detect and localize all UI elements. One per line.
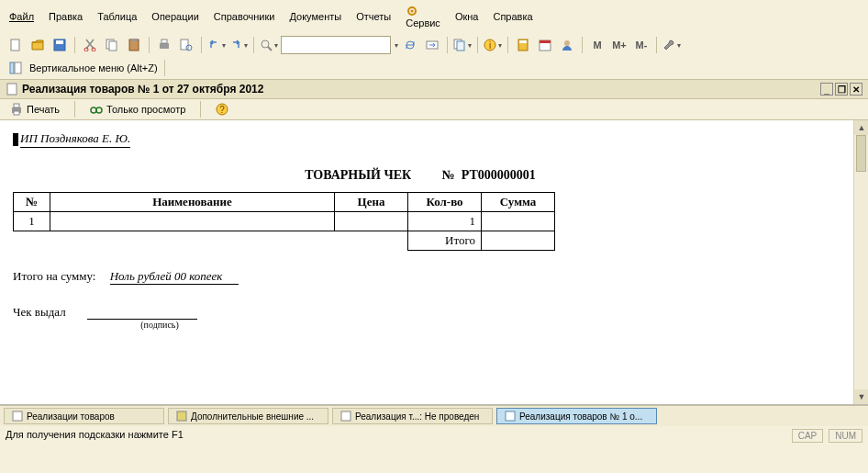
task-tab-3[interactable]: Реализация товаров № 1 о... (496, 408, 657, 424)
doc-icon (505, 411, 516, 422)
col-no: № (14, 193, 50, 212)
close-btn[interactable]: ✕ (850, 83, 862, 96)
window-taskbar: Реализации товаров Дополнительные внешни… (0, 405, 868, 426)
task-tab-1[interactable]: Дополнительные внешние ... (168, 408, 328, 424)
doc-help-btn[interactable]: ? (211, 101, 233, 118)
menu-reports[interactable]: Отчеты (352, 9, 395, 24)
svg-rect-2 (11, 39, 19, 51)
find-btn[interactable]: ▾ (259, 36, 279, 54)
new-btn[interactable] (6, 36, 26, 54)
svg-rect-27 (10, 62, 14, 73)
doc-icon (340, 411, 351, 422)
menu-edit[interactable]: Правка (45, 9, 86, 24)
col-name: Наименование (50, 193, 335, 212)
menu-file[interactable]: Файл (6, 9, 38, 24)
save-btn[interactable] (50, 36, 70, 54)
tools-btn[interactable]: ▾ (662, 36, 682, 54)
svg-rect-32 (14, 111, 19, 115)
menu-service[interactable]: Сервис (402, 3, 444, 30)
table-total-row: Итого (14, 231, 555, 251)
svg-rect-4 (56, 40, 63, 44)
vertical-menu-label[interactable]: Вертикальное меню (Alt+Z) (29, 62, 158, 73)
calc-btn[interactable] (513, 36, 533, 54)
sum-line: Итого на сумму: Ноль рублей 00 копеек (13, 269, 855, 285)
svg-rect-13 (181, 39, 188, 50)
col-price: Цена (335, 193, 408, 212)
status-hint: Для получения подсказки нажмите F1 (6, 429, 184, 443)
svg-rect-10 (131, 39, 137, 41)
memory-mplus-btn[interactable]: M+ (609, 36, 629, 54)
col-qty: Кол-во (408, 193, 482, 212)
task-tab-2[interactable]: Реализация т...: Не проведен (332, 408, 493, 424)
help-icon: ? (216, 103, 228, 116)
minimize-btn[interactable]: _ (820, 83, 833, 96)
scroll-thumb[interactable] (856, 135, 866, 172)
task-tab-0[interactable]: Реализации товаров (4, 408, 164, 424)
menu-documents[interactable]: Документы (285, 9, 345, 24)
memory-m-btn[interactable]: M (587, 36, 607, 54)
user-btn[interactable] (557, 36, 577, 54)
doc-icon (6, 83, 18, 96)
svg-rect-8 (109, 41, 117, 51)
redo-btn[interactable]: ▾ (228, 36, 249, 54)
status-num: NUM (829, 429, 862, 443)
table-row: 1 1 (14, 212, 555, 231)
printer-icon (10, 103, 23, 116)
main-menu: Файл Правка Таблица Операции Справочники… (0, 0, 868, 33)
svg-rect-40 (341, 411, 351, 421)
svg-point-33 (91, 107, 96, 113)
document-window-titlebar: Реализация товаров № 1 от 27 октября 201… (0, 79, 868, 99)
svg-point-26 (564, 40, 570, 46)
svg-rect-29 (7, 84, 17, 95)
paste-btn[interactable] (124, 36, 144, 54)
cut-btn[interactable] (80, 36, 100, 54)
preview-btn[interactable] (176, 36, 196, 54)
svg-rect-11 (160, 43, 169, 49)
glasses-icon (90, 103, 103, 116)
menu-windows[interactable]: Окна (451, 9, 483, 24)
doc-icon (12, 411, 23, 422)
menu-table[interactable]: Таблица (94, 9, 140, 24)
svg-rect-38 (13, 411, 22, 421)
menu-references[interactable]: Справочники (210, 9, 279, 24)
refresh-btn[interactable] (400, 36, 420, 54)
receipt-heading: ТОВАРНЫЙ ЧЕК № РТ000000001 (13, 168, 855, 183)
open-btn[interactable] (28, 36, 48, 54)
calendar-btn[interactable] (535, 36, 555, 54)
copydoc-btn[interactable]: ▾ (452, 36, 473, 54)
secondary-toolbar: Вертикальное меню (Alt+Z) (0, 57, 868, 79)
status-bar: Для получения подсказки нажмите F1 CAP N… (0, 426, 868, 445)
maximize-btn[interactable]: ❐ (835, 83, 848, 96)
search-dropdown[interactable]: ▾ (395, 41, 398, 50)
undo-btn[interactable]: ▾ (206, 36, 227, 54)
svg-point-1 (411, 10, 414, 13)
document-body: ИП Позднякова Е. Ю. ТОВАРНЫЙ ЧЕК № РТ000… (0, 120, 868, 405)
svg-text:i: i (489, 40, 491, 51)
menu-help[interactable]: Справка (489, 9, 536, 24)
svg-rect-39 (177, 411, 186, 421)
signature-caption: (подпись) (105, 320, 215, 330)
memory-mminus-btn[interactable]: M- (631, 36, 651, 54)
copy-btn[interactable] (102, 36, 122, 54)
menu-operations[interactable]: Операции (148, 9, 202, 24)
vertical-scrollbar[interactable]: ▲ ▼ (853, 120, 868, 404)
view-only-btn[interactable]: Только просмотр (85, 101, 190, 118)
goto-btn[interactable] (422, 36, 442, 54)
issuer-name: ИП Позднякова Е. Ю. (20, 131, 130, 148)
scroll-down-btn[interactable]: ▼ (854, 389, 868, 404)
svg-rect-41 (506, 411, 515, 421)
svg-rect-25 (540, 40, 551, 43)
svg-text:?: ? (220, 105, 226, 115)
doc-print-btn[interactable]: Печать (6, 101, 64, 118)
svg-point-34 (96, 107, 102, 113)
scroll-up-btn[interactable]: ▲ (854, 120, 868, 135)
signature-line: Чек выдал (13, 305, 855, 320)
list-icon (176, 411, 187, 422)
vertical-menu-icon[interactable] (6, 59, 26, 77)
print-btn[interactable] (154, 36, 174, 54)
main-toolbar: ▾ ▾ ▾ ▾ ▾ i▾ M M+ M- ▾ (0, 33, 868, 57)
cursor-marker (13, 133, 18, 146)
search-input[interactable] (281, 36, 391, 54)
svg-rect-23 (519, 40, 527, 43)
info-btn[interactable]: i▾ (483, 36, 503, 54)
